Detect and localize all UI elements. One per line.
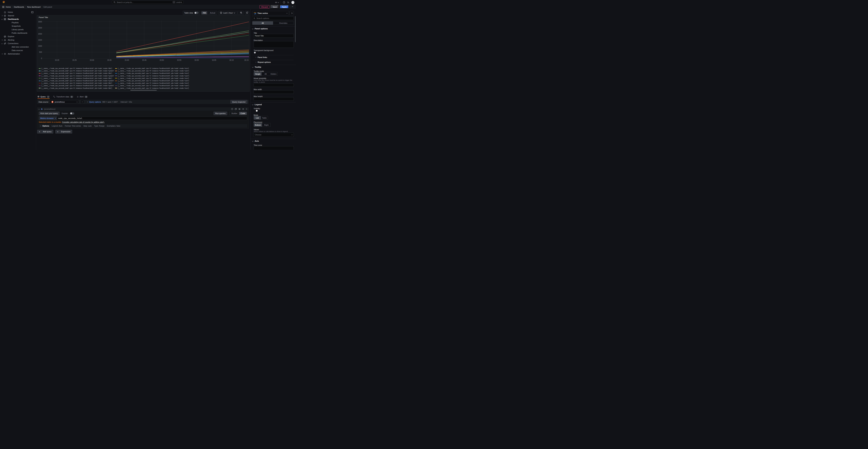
timeseries-panel[interactable]: Panel Title 05001000150020002500300015:2… xyxy=(37,15,250,92)
kick-start-button[interactable]: Kick start your query xyxy=(39,112,60,115)
repeat-options-section[interactable]: Repeat options xyxy=(255,61,294,63)
section-panel-options[interactable]: Panel options xyxy=(252,28,294,30)
query-inspector-button[interactable]: Query inspector xyxy=(230,100,247,104)
collapse-header-icon[interactable] xyxy=(292,6,293,7)
max-height-input[interactable] xyxy=(254,97,294,101)
run-queries-button[interactable]: Run queries xyxy=(214,112,227,115)
sidebar-item-starred[interactable]: Starred xyxy=(0,14,36,18)
legend-item-cpu1-nice[interactable]: {__name__="node_cpu_seconds_total", cpu=… xyxy=(115,72,248,74)
add-expression-button[interactable]: + Expression xyxy=(55,130,72,133)
legend-item-cpu2-idle[interactable]: {__name__="node_cpu_seconds_total", cpu=… xyxy=(39,77,114,80)
hover-proximity-input[interactable] xyxy=(254,83,294,87)
tab-alert[interactable]: Alert 0 xyxy=(77,95,88,99)
collapse-icon[interactable] xyxy=(1,19,2,20)
description-textarea[interactable] xyxy=(254,41,294,48)
option-right[interactable]: Right xyxy=(262,123,271,126)
option-list[interactable]: List xyxy=(254,116,261,119)
expand-icon[interactable] xyxy=(1,39,2,40)
collapse-pane-button[interactable] xyxy=(289,11,294,16)
dock-menu-icon[interactable] xyxy=(31,11,33,13)
sidebar-item-administration[interactable]: Administration xyxy=(0,52,36,56)
sidebar-item-dashboards[interactable]: Dashboards xyxy=(0,18,36,21)
mega-menu-toggle[interactable] xyxy=(2,6,4,8)
sidebar-item-add-new-connection[interactable]: Add new connection xyxy=(0,45,36,49)
legend-item-cpu0-idle[interactable]: {__name__="node_cpu_seconds_total", cpu=… xyxy=(39,67,114,70)
search-options-input[interactable]: Search options xyxy=(252,17,294,20)
help-icon[interactable] xyxy=(231,108,233,110)
time-range-picker[interactable]: Last 1 hour xyxy=(219,12,236,14)
news-icon[interactable] xyxy=(287,1,289,3)
legend-item-cpu1-idle[interactable]: {__name__="node_cpu_seconds_total", cpu=… xyxy=(39,72,114,74)
refresh-button[interactable] xyxy=(245,11,249,15)
option-builder[interactable]: Builder xyxy=(230,112,239,115)
breadcrumb-home[interactable]: Home xyxy=(6,6,11,8)
legend-item-cpu1-system[interactable]: {__name__="node_cpu_seconds_total", cpu=… xyxy=(39,74,114,77)
legend-item-cpu0-user[interactable]: {__name__="node_cpu_seconds_total", cpu=… xyxy=(115,70,248,72)
breadcrumb-new-dashboard[interactable]: New dashboard xyxy=(27,6,40,8)
apply-button[interactable]: Apply xyxy=(280,5,289,8)
axis-timezone-select[interactable] xyxy=(254,146,294,150)
option-bottom[interactable]: Bottom xyxy=(254,123,262,126)
legend-scrollbar[interactable] xyxy=(130,90,157,91)
section-tooltip[interactable]: Tooltip xyxy=(252,66,294,68)
legend-item-cpu2-user[interactable]: {__name__="node_cpu_seconds_total", cpu=… xyxy=(115,80,248,82)
explain-toggle[interactable] xyxy=(70,112,74,115)
collapse-icon[interactable] xyxy=(1,43,2,44)
legend-item-cpu3-idle[interactable]: {__name__="node_cpu_seconds_total", cpu=… xyxy=(39,82,114,84)
sidebar-item-data-sources[interactable]: Data sources xyxy=(0,49,36,52)
max-width-input[interactable] xyxy=(254,90,294,94)
option-hidden[interactable]: Hidden xyxy=(270,72,277,76)
grafana-logo-icon[interactable] xyxy=(2,1,5,4)
legend-item-cpu2-system[interactable]: {__name__="node_cpu_seconds_total", cpu=… xyxy=(39,80,114,82)
timeseries-chart[interactable]: 05001000150020002500300015:2015:2515:301… xyxy=(37,20,249,66)
legend-item-cpu2-nice[interactable]: {__name__="node_cpu_seconds_total", cpu=… xyxy=(115,77,248,80)
section-axis[interactable]: Axis xyxy=(252,140,294,142)
option-table[interactable]: Table xyxy=(261,116,268,119)
save-button[interactable]: Save xyxy=(271,5,279,8)
expand-icon[interactable] xyxy=(1,53,2,54)
legend-item-cpu0-nice[interactable]: {__name__="node_cpu_seconds_total", cpu=… xyxy=(115,67,248,70)
promql-input[interactable]: node_cpu_seconds_total xyxy=(57,117,247,120)
legend-item-cpu4-nice[interactable]: {__name__="node_cpu_seconds_total", cpu=… xyxy=(115,87,248,89)
query-options-toggle[interactable]: Query options xyxy=(89,101,101,103)
sidebar-item-alerting[interactable]: Alerting xyxy=(0,38,36,42)
new-menu-button[interactable] xyxy=(275,1,279,3)
breadcrumb-dashboards[interactable]: Dashboards xyxy=(14,6,24,8)
series-line-cpu0-idle[interactable] xyxy=(116,31,249,53)
expand-icon[interactable] xyxy=(1,15,2,16)
query-options-strip[interactable]: Options Legend: Auto Format: Time series… xyxy=(39,124,247,128)
sidebar-item-home[interactable]: Home xyxy=(0,10,36,14)
legend-item-cpu3-system[interactable]: {__name__="node_cpu_seconds_total", cpu=… xyxy=(39,84,114,87)
zoom-out-icon[interactable] xyxy=(239,12,244,14)
series-line-cpu1-idle[interactable] xyxy=(116,22,249,52)
option-actual[interactable]: Actual xyxy=(208,11,217,14)
sidebar-item-connections[interactable]: Connections xyxy=(0,42,36,45)
option-fill[interactable]: Fill xyxy=(202,11,207,14)
query-row-header[interactable]: A (prometheus) xyxy=(37,107,249,111)
options-scrollbar[interactable] xyxy=(295,16,296,42)
option-all[interactable]: All xyxy=(261,72,270,76)
legend-values-select[interactable]: Choose xyxy=(254,133,294,137)
duplicate-icon[interactable] xyxy=(235,108,237,110)
panel-links-section[interactable]: Panel links xyxy=(255,56,294,58)
series-line-cpu2-idle[interactable] xyxy=(116,35,249,53)
legend-item-cpu4-idle[interactable]: {__name__="node_cpu_seconds_total", cpu=… xyxy=(39,87,114,89)
metrics-browser-button[interactable]: Metrics browser xyxy=(39,116,57,120)
visualization-picker[interactable]: Time series xyxy=(252,11,289,16)
drag-handle-icon[interactable] xyxy=(246,108,247,110)
table-view-toggle[interactable] xyxy=(194,12,198,14)
discard-button[interactable]: Discard xyxy=(259,5,270,8)
option-overrides[interactable]: Overrides xyxy=(273,21,294,25)
series-line-cpu4-idle[interactable] xyxy=(116,32,249,53)
trash-icon[interactable] xyxy=(242,108,244,110)
tab-query[interactable]: Query 1 xyxy=(37,95,50,99)
section-legend[interactable]: Legend xyxy=(252,103,294,106)
eye-icon[interactable] xyxy=(238,108,241,110)
add-rate-link[interactable]: Consider calculating rate of counter by … xyxy=(62,121,105,123)
sidebar-item-snapshots[interactable]: Snapshots xyxy=(0,24,36,28)
option-code[interactable]: Code xyxy=(239,112,247,115)
datasource-help-button[interactable] xyxy=(81,100,84,104)
sidebar-item-explore[interactable]: Explore xyxy=(0,35,36,38)
option-single[interactable]: Single xyxy=(254,72,261,76)
global-search-input[interactable]: Search or jump to... cmd+k xyxy=(112,1,184,4)
